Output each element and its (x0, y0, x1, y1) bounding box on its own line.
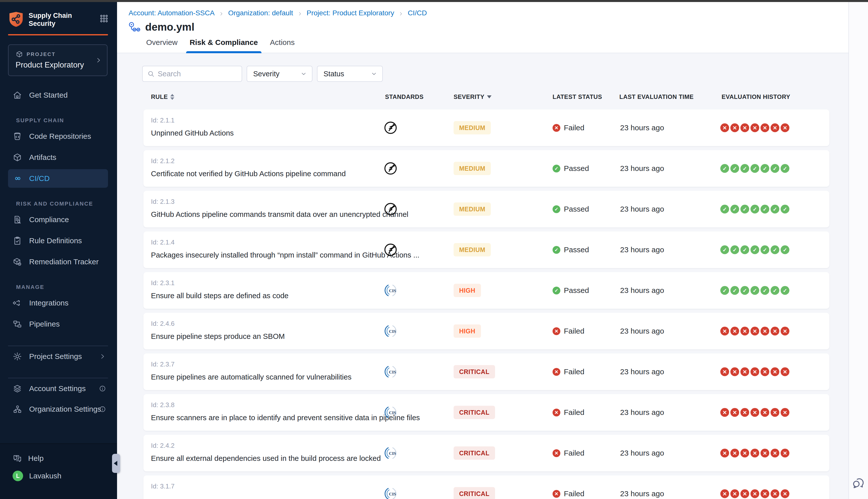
severity-badge: CRITICAL (454, 365, 495, 378)
rule-id: Id: 2.3.1 (151, 279, 289, 287)
search-input[interactable] (158, 70, 237, 78)
sidebar-item-remediation-tracker[interactable]: Remediation Tracker (0, 251, 117, 272)
info-icon[interactable] (99, 406, 106, 413)
sidebar-collapse-handle[interactable] (112, 454, 120, 473)
severity-filter[interactable]: Severity (246, 66, 312, 82)
sidebar-item-pipelines[interactable]: Pipelines (0, 314, 117, 334)
svg-text:CIS: CIS (389, 451, 396, 456)
breadcrumb-item-ci-cd[interactable]: CI/CD (408, 9, 427, 17)
logo-accent-bar (8, 34, 108, 35)
repo-icon (13, 132, 22, 141)
rule-row[interactable]: Id: 2.4.2 Ensure all external dependenci… (143, 435, 829, 471)
status-icon: ✕ (553, 490, 560, 498)
rule-name: Certificate not verified by GitHub Actio… (151, 169, 346, 178)
rule-row[interactable]: Id: 2.3.1 Ensure all build steps are def… (143, 272, 829, 309)
evaluation-time: 23 hours ago (620, 205, 664, 214)
owasp-icon (383, 213, 398, 217)
rule-id: Id: 2.4.2 (151, 442, 381, 450)
sidebar-item-integrations[interactable]: Integrations (0, 292, 117, 314)
sidebar-nav: Get Started SUPPLY CHAIN Code Repositori… (0, 85, 117, 334)
user-name: Lavakush (29, 472, 61, 480)
history-fail-icon: ✕ (750, 449, 759, 458)
chevron-right-icon (95, 57, 102, 64)
tab-risk-compliance[interactable]: Risk & Compliance (190, 38, 258, 53)
severity-sort-desc-icon[interactable] (487, 95, 492, 98)
doc-search-icon (13, 215, 22, 224)
project-selector[interactable]: PROJECT Product Exploratory (8, 45, 108, 76)
rule-row[interactable]: Id: 2.1.4 Packages insecurely installed … (143, 231, 829, 268)
history-pass-icon: ✓ (720, 286, 729, 295)
status-icon: ✕ (553, 449, 560, 457)
history-pass-icon: ✓ (750, 286, 759, 295)
history-fail-icon: ✕ (740, 367, 749, 376)
sidebar-item-artifacts[interactable]: Artifacts (0, 147, 117, 168)
sidebar-item-project-settings[interactable]: Project Settings (0, 346, 117, 367)
table-body: Id: 2.1.1 Unpinned GitHub Actions MEDIUM… (143, 109, 829, 499)
column-severity: SEVERITY (454, 93, 484, 100)
chevron-right-icon (297, 10, 303, 16)
status-icon: ✓ (553, 287, 560, 294)
rule-id: Id: 2.1.1 (151, 117, 234, 124)
rule-sort-icon[interactable] (170, 94, 174, 100)
help-chat-icon (13, 453, 22, 463)
history-fail-icon: ✕ (750, 408, 759, 417)
history-pass-icon: ✓ (740, 205, 749, 214)
sidebar-item-compliance[interactable]: Compliance (0, 209, 117, 230)
evaluation-history: ✕✕✕✕✕✕✕ (720, 327, 789, 336)
rule-row[interactable]: Id: 2.3.8 Ensure scanners are in place t… (143, 394, 829, 431)
window-top-strip (0, 0, 868, 2)
rule-row[interactable]: Id: 2.1.1 Unpinned GitHub Actions MEDIUM… (143, 109, 829, 146)
rule-row[interactable]: Id: 2.4.6 Ensure pipeline steps produce … (143, 313, 829, 349)
info-icon[interactable] (99, 385, 106, 392)
status-filter[interactable]: Status (317, 66, 383, 82)
rule-row[interactable]: Id: 2.3.7 Ensure pipelines are automatic… (143, 353, 829, 390)
rule-row[interactable]: Id: 2.1.2 Certificate not verified by Gi… (143, 150, 829, 187)
tab-overview[interactable]: Overview (146, 38, 178, 53)
evaluation-history: ✕✕✕✕✕✕✕ (720, 449, 789, 458)
cube-tag-icon (13, 257, 22, 267)
module-grid-icon[interactable] (99, 14, 108, 23)
sidebar-item-account-settings[interactable]: Account Settings (0, 378, 117, 399)
breadcrumb-item-project-product-exploratory[interactable]: Project: Product Exploratory (307, 9, 394, 17)
help-button[interactable]: Help (0, 453, 117, 463)
history-fail-icon: ✕ (731, 367, 739, 376)
sidebar-item-ci-cd[interactable]: CI/CD (8, 169, 108, 188)
history-pass-icon: ✓ (760, 286, 769, 295)
breadcrumb-item-account-automation-ssca[interactable]: Account: Automation-SSCA (129, 9, 215, 17)
sidebar-item-rule-definitions[interactable]: Rule Definitions (0, 230, 117, 251)
history-fail-icon: ✕ (731, 449, 739, 458)
history-fail-icon: ✕ (720, 489, 729, 498)
history-fail-icon: ✕ (731, 123, 739, 132)
app-title: Supply Chain Security (29, 11, 72, 28)
severity-badge: MEDIUM (454, 243, 491, 257)
svg-text:CIS: CIS (389, 329, 396, 334)
sidebar-item-organization-settings[interactable]: Organization Settings (0, 399, 117, 419)
clipboard-check-icon (13, 236, 22, 245)
status-icon: ✕ (553, 327, 560, 335)
history-fail-icon: ✕ (750, 367, 759, 376)
rule-id: Id: 2.1.2 (151, 157, 346, 165)
cube-icon (13, 153, 22, 162)
history-fail-icon: ✕ (720, 408, 729, 417)
sidebar-item-get-started[interactable]: Get Started (0, 85, 117, 106)
sidebar-item-code-repositories[interactable]: Code Repositories (0, 126, 117, 147)
right-rail (848, 2, 868, 499)
search-box (142, 66, 242, 82)
severity-badge: MEDIUM (454, 121, 491, 135)
project-box-icon (15, 50, 23, 58)
support-chat-icon[interactable] (852, 476, 866, 490)
gear-icon (13, 352, 22, 361)
user-menu[interactable]: L Lavakush (0, 471, 117, 481)
rule-id: Id: 2.4.6 (151, 320, 285, 328)
status-icon: ✕ (553, 368, 560, 376)
svg-text:CIS: CIS (389, 410, 396, 415)
svg-text:CIS: CIS (389, 289, 396, 293)
history-pass-icon: ✓ (771, 164, 779, 173)
help-label: Help (28, 454, 44, 463)
rule-row[interactable]: Id: 3.1.7 CIS CRITICAL ✕ Failed 23 hours… (143, 475, 829, 499)
breadcrumb-item-organization-default[interactable]: Organization: default (228, 9, 293, 17)
rule-row[interactable]: Id: 2.1.3 GitHub Actions pipeline comman… (143, 191, 829, 228)
history-pass-icon: ✓ (740, 164, 749, 173)
tab-bar: OverviewRisk & ComplianceActions (146, 38, 848, 53)
tab-actions[interactable]: Actions (270, 38, 294, 53)
